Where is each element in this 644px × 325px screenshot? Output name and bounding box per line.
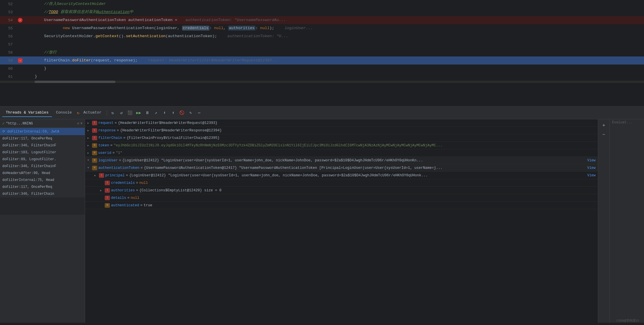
var-eq-token: = [110, 143, 113, 148]
thread-item-4[interactable]: doFilter:89, LogoutFilter. [0, 156, 85, 163]
add-watch-btn[interactable]: + [600, 122, 608, 130]
thread-item-7[interactable]: doFilterInternal:75, Head [0, 177, 85, 184]
toolbar-edit-btn[interactable]: ✎ [187, 109, 195, 117]
expand-icon-loginuser[interactable]: ▼ [87, 159, 92, 162]
var-row-token[interactable]: ▶ = token = "eyJhbGciOiJIUzI1NiJ9.eyJqdG… [85, 142, 598, 149]
tab-console[interactable]: Console [52, 109, 75, 117]
code-editor: 52 //存入SecurityContextHolder 53 //TODO 获… [0, 0, 644, 107]
evaluate-label: Evaluat... [612, 120, 633, 124]
toolbar-stop-btn[interactable]: ⬛ [126, 109, 134, 117]
var-row-authenticated[interactable]: = authenticated = true [85, 202, 598, 209]
var-row-principal[interactable]: ▶ ! principal = {LoginUser@12412} "Login… [85, 172, 598, 179]
thread-panel: ✓ "http...NNING ⚙ ▼ doFilterInternal:59,… [0, 119, 85, 323]
thread-item-6[interactable]: doHeadersAfter:90, Head [0, 170, 85, 177]
var-name-filterchain: filterChain [98, 136, 122, 140]
line-number-57: 57 [0, 42, 17, 47]
line-number-60: 60 [0, 67, 17, 71]
var-row-request[interactable]: ▶ ! request = {HeaderWriterFilter$Header… [85, 119, 598, 127]
thread-item-2[interactable]: doFilter:346, FilterChainF [0, 142, 85, 149]
var-row-userid[interactable]: ▶ = userid = "1" [85, 149, 598, 157]
var-value-loginuser: {LoginUser@12412} "LoginUser(user=User{s… [122, 158, 585, 162]
breakpoint-dot-54[interactable]: ✓ [18, 18, 22, 22]
var-name-response: response [98, 129, 116, 133]
editor-scrollbar-thumb[interactable] [35, 81, 115, 83]
actuator-tab-group: ↻ Actuator [77, 109, 105, 117]
var-name-userid: userid [98, 151, 111, 155]
expand-icon-authorities[interactable]: ▶ [100, 189, 105, 192]
var-link-authtoken[interactable]: View [587, 166, 596, 170]
expand-icon-userid[interactable]: ▶ [87, 151, 92, 155]
expand-icon-principal[interactable]: ▶ [94, 174, 99, 177]
expand-icon-authtoken[interactable]: ▼ [87, 166, 92, 169]
watermark: CSDN@李狗蛋St [617, 318, 639, 323]
var-eq-details: = [127, 196, 130, 200]
right-side-panel: + − [598, 119, 609, 323]
var-type-authorities: ! [105, 188, 110, 193]
gutter-54[interactable]: ✓ [17, 18, 23, 22]
var-name-authtoken: authenticationToken [98, 166, 140, 170]
code-line-61: 61 } [0, 73, 644, 81]
thread-filter-icon[interactable]: ⚙ [77, 121, 79, 126]
thread-item-5[interactable]: doFilter:346, FilterChainF [0, 163, 85, 170]
thread-item-9[interactable]: doFilter:346, FilterChain [0, 190, 85, 197]
var-link-loginuser[interactable]: View [587, 158, 596, 162]
var-type-response: ! [92, 128, 97, 133]
var-eq-principal: = [126, 173, 128, 177]
expand-icon-filterchain[interactable]: ▶ [87, 136, 92, 140]
var-value-filterchain: {FilterChainProxy$VirtualFilterChain@123… [127, 136, 596, 140]
var-name-loginuser: loginUser [98, 158, 118, 162]
toolbar-refresh-btn[interactable]: ↻ [109, 109, 117, 117]
tab-actuator[interactable]: Actuator [80, 109, 105, 117]
var-value-principal: {LoginUser@12412} "LoginUser(user=User{s… [129, 173, 585, 177]
thread-item-8[interactable]: doFilter:117, OncePerReq [0, 184, 85, 190]
thread-item-0[interactable]: doFilterInternal:59, JwtA [0, 128, 85, 135]
var-row-filterchain[interactable]: ▶ ! filterChain = {FilterChainProxy$Virt… [85, 134, 598, 142]
thread-dropdown-icon[interactable]: ▼ [80, 122, 82, 126]
var-name-request: request [98, 121, 114, 125]
var-type-request: ! [92, 121, 97, 125]
toolbar-stepover-btn[interactable]: ↗ [152, 109, 160, 117]
remove-watch-btn[interactable]: − [600, 131, 608, 139]
code-content-52: //存入SecurityContextHolder [23, 0, 644, 8]
code-line-60: 60 } [0, 65, 644, 73]
var-row-response[interactable]: ▶ ! response = {HeaderWriterFilter$Heade… [85, 127, 598, 134]
var-value-request: {HeaderWriterFilter$HeaderWriterRequest@… [118, 121, 596, 125]
toolbar-pause-btn[interactable]: ⏸ [143, 109, 151, 117]
gutter-59[interactable]: → [17, 58, 23, 63]
thread-selector[interactable]: ✓ "http...NNING ⚙ ▼ [0, 119, 85, 128]
var-link-principal[interactable]: View [587, 173, 596, 177]
var-row-credentials[interactable]: ! credentials = null [85, 179, 598, 187]
var-row-details[interactable]: ! details = null [85, 194, 598, 202]
thread-item-1[interactable]: doFilter:117, OncePerReq [0, 135, 85, 142]
var-eq-authtoken: = [141, 166, 143, 170]
toolbar-resume-btn[interactable]: ▶▶ [135, 109, 143, 117]
code-line-55: 55 new UsernamePasswordAuthenticationTok… [0, 24, 644, 32]
var-type-authtoken: = [92, 166, 97, 170]
var-value-credentials: null [139, 181, 148, 185]
expand-icon-request[interactable]: ▶ [87, 121, 92, 125]
editor-scrollbar[interactable] [0, 81, 644, 83]
var-name-authorities: authorities [111, 188, 135, 192]
var-row-authorities[interactable]: ▶ ! authorities = {Collections$EmptyList… [85, 187, 598, 194]
var-type-filterchain: ! [92, 136, 97, 140]
toolbar-undo-btn[interactable]: ↺ [117, 109, 125, 117]
expand-icon-token[interactable]: ▶ [87, 144, 92, 147]
thread-item-3[interactable]: doFilter:103, LogoutFilter [0, 149, 85, 156]
line-number-56: 56 [0, 34, 17, 39]
actuator-icon: ↻ [77, 110, 79, 115]
var-value-authtoken: {UsernamePasswordAuthenticationToken@124… [144, 166, 585, 170]
toolbar-more-btn[interactable]: ⋯ [195, 109, 203, 117]
var-row-loginuser[interactable]: ▼ = loginUser = {LoginUser@12412} "Login… [85, 157, 598, 164]
var-eq-authenticated: = [140, 203, 143, 207]
var-name-principal: principal [105, 173, 125, 177]
toolbar-stepinto-btn[interactable]: ⬇ [161, 109, 169, 117]
toolbar-mute-btn[interactable]: 🚫 [178, 109, 186, 117]
var-type-credentials: ! [105, 181, 110, 185]
tab-threads-variables[interactable]: Threads & Variables [2, 109, 52, 117]
var-value-details: null [131, 196, 139, 200]
expand-icon-response[interactable]: ▶ [87, 129, 92, 132]
var-eq-userid: = [112, 151, 115, 155]
var-value-response: {HeaderWriterFilter$HeaderWriterResponse… [120, 129, 596, 133]
toolbar-stepout-btn[interactable]: ⬆ [169, 109, 177, 117]
var-row-authtoken[interactable]: ▼ = authenticationToken = {UsernamePassw… [85, 164, 598, 172]
